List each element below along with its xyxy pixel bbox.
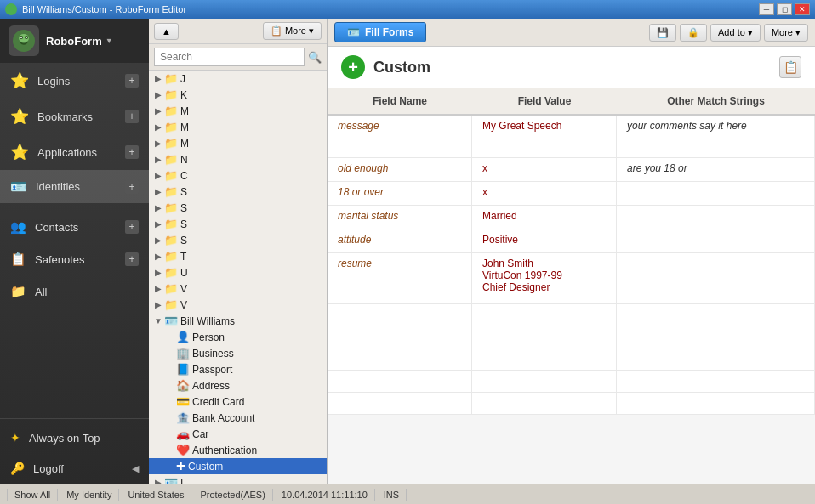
add-to-button[interactable]: Add to ▾ — [710, 24, 761, 42]
more-button[interactable]: 📋 More ▾ — [263, 22, 322, 40]
tree-item-t[interactable]: ▶ 📁 T — [149, 248, 327, 264]
tree-item-passport[interactable]: 📘 Passport — [149, 361, 327, 377]
sidebar-item-bookmarks[interactable]: ⭐ Bookmarks + — [0, 99, 149, 134]
sidebar-divider-2 — [0, 418, 149, 419]
fill-forms-button[interactable]: 🪪 Fill Forms — [334, 22, 426, 42]
tree-item-n[interactable]: ▶ 📁 N — [149, 151, 327, 167]
tree-toggle-n[interactable]: ▶ — [152, 155, 164, 164]
save-button[interactable]: 💾 — [649, 24, 676, 42]
sidebar-item-all[interactable]: 📁 All — [0, 275, 149, 308]
tree-toggle-m1[interactable]: ▶ — [152, 106, 164, 116]
tree-item-u[interactable]: ▶ 📁 U — [149, 264, 327, 280]
tree-item-s1[interactable]: ▶ 📁 S — [149, 184, 327, 200]
sidebar-item-contacts[interactable]: 👥 Contacts + — [0, 211, 149, 243]
status-show-all[interactable]: Show All — [7, 489, 58, 501]
cell-empty-3a — [328, 348, 472, 370]
table-row[interactable]: attitude Positive — [328, 229, 815, 253]
always-top-icon: ✦ — [10, 431, 20, 445]
minimize-button[interactable]: ─ — [759, 3, 774, 15]
cell-field-name-18-over: 18 or over — [328, 182, 472, 205]
tree-item-k[interactable]: ▶ 📁 K — [149, 87, 327, 103]
sidebar-item-logins[interactable]: ⭐ Logins + — [0, 63, 149, 99]
tree-item-custom[interactable]: ✚ Custom — [149, 458, 327, 474]
tree-toggle-m2[interactable]: ▶ — [152, 122, 164, 132]
table-row[interactable] — [328, 348, 815, 371]
tree-item-authentication[interactable]: ❤️ Authentication — [149, 442, 327, 458]
table-row[interactable]: resume John Smith VirtuCon 1997-99 Chief… — [328, 253, 815, 304]
folder-icon-t: 📁 — [164, 250, 178, 263]
tree-toggle-s4[interactable]: ▶ — [152, 235, 164, 245]
tree-item-address[interactable]: 🏠 Address — [149, 377, 327, 394]
tree-toggle-s2[interactable]: ▶ — [152, 203, 164, 212]
sidebar-item-applications[interactable]: ⭐ Applications + — [0, 134, 149, 170]
table-row[interactable] — [328, 304, 815, 326]
tree-toggle-s3[interactable]: ▶ — [152, 219, 164, 229]
logins-add-button[interactable]: + — [125, 74, 139, 88]
search-input[interactable] — [154, 48, 305, 66]
tree-item-j[interactable]: ▶ 📁 J — [149, 71, 327, 87]
title-bar: Bill Williams/Custom - RoboForm Editor ─… — [0, 0, 815, 19]
tree-item-m1[interactable]: ▶ 📁 M — [149, 103, 327, 119]
tree-item-credit-card[interactable]: 💳 Credit Card — [149, 394, 327, 410]
tree-item-v1[interactable]: ▶ 📁 V — [149, 280, 327, 297]
tree-toggle-c[interactable]: ▶ — [152, 171, 164, 180]
tree-item-car[interactable]: 🚗 Car — [149, 426, 327, 442]
tree-container[interactable]: ▶ 📁 J ▶ 📁 K ▶ 📁 M ▶ 📁 M — [149, 71, 327, 484]
sidebar-brand[interactable]: RoboForm ▼ — [0, 19, 149, 63]
restore-button[interactable]: ◻ — [777, 3, 792, 15]
cell-empty-2c — [617, 326, 815, 348]
status-protection[interactable]: Protected(AES) — [193, 489, 272, 501]
tree-item-m3[interactable]: ▶ 📁 M — [149, 135, 327, 151]
tree-toggle-i[interactable]: ▶ — [152, 478, 164, 484]
table-row[interactable]: marital status Married — [328, 206, 815, 229]
tree-item-m2[interactable]: ▶ 📁 M — [149, 119, 327, 135]
sidebar-item-safenotes[interactable]: 📋 Safenotes + — [0, 243, 149, 275]
contacts-add-button[interactable]: + — [125, 220, 139, 234]
all-icon: 📁 — [10, 284, 26, 299]
brand-dropdown-arrow: ▼ — [105, 37, 113, 45]
table-row[interactable]: message My Great Speech your comments sa… — [328, 116, 815, 158]
table-row[interactable]: 18 or over x — [328, 182, 815, 206]
tree-toggle-bill[interactable]: ▼ — [152, 316, 164, 326]
status-datetime: 10.04.2014 11:11:10 — [275, 489, 375, 501]
tree-item-bank-account[interactable]: 🏦 Bank Account — [149, 410, 327, 426]
tree-toggle-v2[interactable]: ▶ — [152, 300, 164, 309]
applications-add-button[interactable]: + — [125, 145, 139, 159]
cell-empty-4b — [472, 371, 617, 392]
tree-item-person[interactable]: 👤 Person — [149, 329, 327, 345]
identities-add-button[interactable]: + — [125, 180, 139, 194]
table-row[interactable] — [328, 371, 815, 393]
sidebar-item-identities[interactable]: 🪪 Identities + — [0, 170, 149, 203]
tree-toggle-u[interactable]: ▶ — [152, 268, 164, 277]
tree-toggle-t[interactable]: ▶ — [152, 252, 164, 261]
safenotes-add-button[interactable]: + — [125, 252, 139, 266]
sidebar-item-logoff[interactable]: 🔑 Logoff ◀ — [0, 453, 149, 484]
more-right-button[interactable]: More ▾ — [764, 24, 808, 42]
tree-item-business[interactable]: 🏢 Business — [149, 345, 327, 361]
lock-button[interactable]: 🔒 — [680, 24, 707, 42]
table-row[interactable] — [328, 393, 815, 415]
tree-item-s2[interactable]: ▶ 📁 S — [149, 200, 327, 216]
tree-toggle-v1[interactable]: ▶ — [152, 284, 164, 293]
tree-item-s4[interactable]: ▶ 📁 S — [149, 232, 327, 248]
tree-toggle-s1[interactable]: ▶ — [152, 187, 164, 196]
sidebar-item-always-top[interactable]: ✦ Always on Top — [0, 422, 149, 453]
close-button[interactable]: ✕ — [795, 3, 810, 15]
copy-button[interactable]: 📋 — [779, 56, 801, 78]
table-row[interactable]: old enough x are you 18 or — [328, 158, 815, 182]
tree-toggle-m3[interactable]: ▶ — [152, 139, 164, 148]
tree-toggle-k[interactable]: ▶ — [152, 90, 164, 99]
status-identity[interactable]: My Identity — [60, 489, 119, 501]
brand-label[interactable]: RoboForm ▼ — [46, 35, 113, 48]
tree-item-bill-williams[interactable]: ▼ 🪪 Bill Williams — [149, 313, 327, 329]
tree-item-i[interactable]: ▶ 🪪 I — [149, 474, 327, 484]
search-icon[interactable]: 🔍 — [308, 51, 322, 64]
tree-item-s3[interactable]: ▶ 📁 S — [149, 216, 327, 232]
tree-item-c[interactable]: ▶ 📁 C — [149, 167, 327, 184]
bookmarks-add-button[interactable]: + — [125, 110, 139, 123]
tree-toggle-j[interactable]: ▶ — [152, 74, 164, 83]
back-button[interactable]: ▲ — [154, 23, 179, 40]
status-country[interactable]: United States — [121, 489, 191, 501]
tree-item-v2[interactable]: ▶ 📁 V — [149, 297, 327, 313]
table-row[interactable] — [328, 326, 815, 348]
